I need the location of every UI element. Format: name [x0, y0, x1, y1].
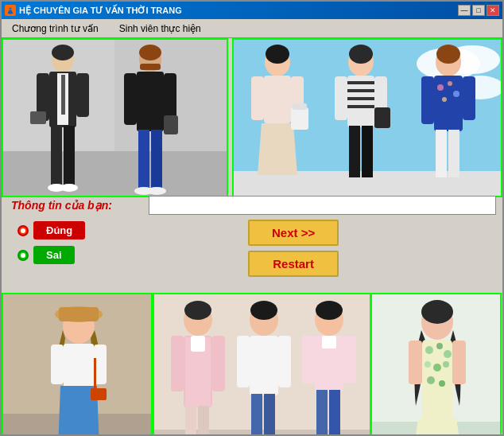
menu-item-chuong-trinh[interactable]: Chương trình tư vấn: [5, 21, 106, 37]
svg-rect-82: [212, 336, 225, 391]
svg-point-57: [442, 97, 447, 102]
action-buttons: Next >> Restart: [248, 220, 339, 277]
svg-rect-60: [421, 76, 434, 124]
svg-rect-21: [164, 73, 176, 121]
svg-rect-97: [316, 390, 328, 434]
svg-rect-83: [185, 406, 196, 434]
svg-rect-1: [3, 151, 228, 197]
svg-rect-37: [291, 107, 308, 130]
svg-bottom-left: [3, 294, 153, 434]
svg-point-26: [147, 187, 166, 195]
menu-item-sinh-vien[interactable]: Sinh viên thực hiện: [112, 21, 208, 37]
menu-bar: Chương trình tư vấn Sinh viên thực hiện: [2, 19, 502, 38]
fashion-svg-women: [234, 40, 502, 197]
svg-rect-115: [452, 341, 466, 384]
svg-rect-114: [409, 341, 422, 384]
svg-point-104: [421, 300, 453, 324]
restart-button[interactable]: Restart: [248, 251, 339, 277]
svg-rect-8: [61, 75, 65, 115]
content-area: Thông tin của bạn: Đúng Sai Next >> Rest…: [2, 38, 502, 434]
svg-rect-12: [51, 126, 62, 185]
svg-rect-48: [335, 76, 347, 120]
svg-rect-100: [343, 336, 356, 383]
svg-rect-42: [347, 81, 374, 84]
app-icon: 👗: [5, 5, 16, 16]
svg-rect-24: [151, 130, 162, 189]
close-button[interactable]: ✕: [487, 5, 499, 16]
svg-rect-58: [436, 130, 447, 177]
svg-rect-13: [64, 126, 75, 185]
svg-point-94: [316, 301, 343, 320]
svg-point-5: [52, 45, 74, 60]
svg-point-111: [443, 361, 449, 368]
minimize-button[interactable]: —: [458, 5, 471, 16]
svg-rect-35: [251, 76, 264, 120]
svg-point-113: [439, 380, 445, 387]
radio-sai[interactable]: Sai: [17, 246, 85, 264]
radio-dung[interactable]: Đúng: [17, 221, 85, 239]
svg-point-52: [436, 45, 460, 64]
svg-rect-71: [91, 388, 107, 400]
svg-rect-10: [76, 73, 89, 117]
svg-rect-88: [257, 336, 271, 350]
svg-rect-22: [164, 115, 178, 134]
svg-rect-43: [347, 89, 374, 92]
window-title: HỆ CHUYÊN GIA TƯ VẤN THỜI TRANG: [19, 6, 182, 16]
radio-dot-dung: [21, 228, 25, 233]
radio-dot-sai: [21, 253, 25, 258]
info-input[interactable]: [149, 196, 496, 215]
svg-bottom-right: [372, 294, 502, 434]
svg-rect-96: [322, 336, 336, 348]
svg-point-86: [250, 301, 277, 320]
svg-bottom-mid: [154, 294, 371, 434]
svg-rect-20: [124, 73, 137, 125]
image-bottom-mid: [153, 293, 371, 434]
svg-point-56: [453, 91, 459, 97]
image-bottom-right: [370, 293, 502, 434]
svg-rect-11: [30, 111, 46, 124]
sai-button[interactable]: Sai: [33, 246, 75, 264]
window-controls: — □ ✕: [458, 5, 499, 16]
image-bottom-left: [2, 293, 153, 434]
svg-rect-66: [59, 307, 99, 321]
svg-rect-38: [293, 103, 307, 110]
svg-point-33: [266, 45, 289, 64]
svg-rect-23: [138, 130, 149, 189]
svg-rect-50: [374, 107, 390, 128]
svg-point-54: [437, 84, 444, 91]
svg-rect-47: [362, 126, 373, 177]
svg-rect-18: [140, 64, 161, 70]
svg-rect-59: [448, 130, 459, 177]
svg-rect-45: [347, 105, 374, 108]
svg-rect-90: [264, 394, 275, 434]
svg-point-77: [184, 301, 211, 320]
svg-rect-46: [349, 126, 360, 177]
svg-point-55: [448, 81, 452, 86]
svg-rect-99: [302, 336, 315, 383]
image-top-left: [2, 38, 228, 197]
svg-rect-80: [191, 336, 205, 352]
svg-point-108: [444, 350, 452, 358]
svg-rect-92: [278, 336, 291, 387]
info-label: Thông tin của bạn:: [8, 197, 115, 213]
svg-rect-68: [51, 345, 64, 384]
maximize-button[interactable]: □: [472, 5, 485, 16]
svg-rect-81: [171, 336, 184, 391]
svg-point-112: [427, 376, 435, 384]
radio-circle-dung: [17, 225, 29, 236]
svg-rect-84: [198, 406, 209, 434]
svg-rect-98: [329, 390, 340, 434]
svg-rect-91: [237, 336, 250, 387]
svg-point-109: [425, 361, 431, 368]
dung-button[interactable]: Đúng: [33, 221, 85, 239]
svg-rect-19: [137, 72, 164, 131]
fashion-svg-men: [3, 40, 228, 197]
radio-group: Đúng Sai: [17, 221, 85, 264]
svg-point-17: [139, 45, 161, 60]
svg-point-110: [433, 364, 441, 372]
svg-point-15: [60, 184, 78, 192]
main-window: 👗 HỆ CHUYÊN GIA TƯ VẤN THỜI TRANG — □ ✕ …: [0, 0, 504, 436]
next-button[interactable]: Next >>: [248, 220, 339, 246]
title-bar: 👗 HỆ CHUYÊN GIA TƯ VẤN THỜI TRANG — □ ✕: [2, 2, 502, 19]
svg-rect-44: [347, 97, 374, 100]
